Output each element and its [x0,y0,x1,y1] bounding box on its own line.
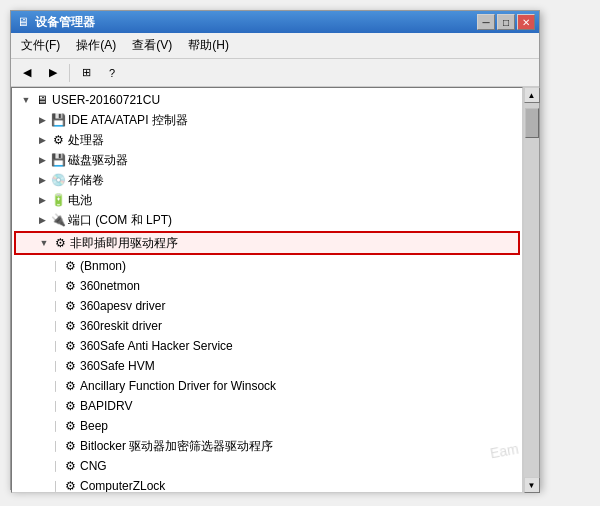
dev-icon-4: ⚙ [62,318,78,334]
tree-item-nonpnp[interactable]: ▼ ⚙ 非即插即用驱动程序 [14,231,520,255]
line-icon: │ [50,458,62,474]
list-item[interactable]: │ ⚙ 360Safe Anti Hacker Service [14,336,520,356]
line-icon: │ [50,418,62,434]
port-expand-icon[interactable]: ▶ [34,212,50,228]
list-item[interactable]: │ ⚙ (Bnmon) [14,256,520,276]
line-icon: │ [50,318,62,334]
dev-icon-9: ⚙ [62,418,78,434]
tree-item-volume[interactable]: ▶ 💿 存储卷 [14,170,520,190]
window-title: 设备管理器 [35,14,95,31]
list-item[interactable]: │ ⚙ 360netmon [14,276,520,296]
cpu-label: 处理器 [68,131,104,149]
dev-icon-5: ⚙ [62,338,78,354]
port-icon: 🔌 [50,212,66,228]
line-icon: │ [50,278,62,294]
scroll-track[interactable] [524,103,539,477]
item-9-label: Beep [80,417,108,435]
tree-item-battery[interactable]: ▶ 🔋 电池 [14,190,520,210]
properties-button[interactable]: ⊞ [74,62,98,84]
port-label: 端口 (COM 和 LPT) [68,211,172,229]
dev-icon-6: ⚙ [62,358,78,374]
ide-icon: 💾 [50,112,66,128]
bnmon-label: (Bnmon) [80,257,126,275]
cpu-expand-icon[interactable]: ▶ [34,132,50,148]
dev-icon-8: ⚙ [62,398,78,414]
toolbar: ◀ ▶ ⊞ ? [11,59,539,87]
tree-item-ide[interactable]: ▶ 💾 IDE ATA/ATAPI 控制器 [14,110,520,130]
tree-item-port[interactable]: ▶ 🔌 端口 (COM 和 LPT) [14,210,520,230]
item-11-label: CNG [80,457,107,475]
ide-expand-icon[interactable]: ▶ [34,112,50,128]
root-expand-icon[interactable]: ▼ [18,92,34,108]
scroll-up-button[interactable]: ▲ [524,87,540,103]
disk-icon: 💾 [50,152,66,168]
title-bar: 🖥 设备管理器 ─ □ ✕ [11,11,539,33]
volume-icon: 💿 [50,172,66,188]
scroll-thumb[interactable] [525,108,539,138]
tree-item-cpu[interactable]: ▶ ⚙ 处理器 [14,130,520,150]
item-5-label: 360Safe Anti Hacker Service [80,337,233,355]
bnmon-line-icon: │ [50,258,62,274]
volume-expand-icon[interactable]: ▶ [34,172,50,188]
tree-item-disk[interactable]: ▶ 💾 磁盘驱动器 [14,150,520,170]
menu-action[interactable]: 操作(A) [70,35,122,56]
dev-icon-10: ⚙ [62,438,78,454]
list-item[interactable]: │ ⚙ BAPIDRV [14,396,520,416]
content-area: ▼ 🖥 USER-20160721CU ▶ 💾 IDE ATA/ATAPI 控制… [11,87,539,493]
item-7-label: Ancillary Function Driver for Winsock [80,377,276,395]
minimize-button[interactable]: ─ [477,14,495,30]
nonpnp-label: 非即插即用驱动程序 [70,234,178,252]
menu-bar: 文件(F) 操作(A) 查看(V) 帮助(H) [11,33,539,59]
list-item[interactable]: │ ⚙ 360apesv driver [14,296,520,316]
close-button[interactable]: ✕ [517,14,535,30]
dev-icon-2: ⚙ [62,278,78,294]
scroll-down-button[interactable]: ▼ [524,477,540,493]
list-item[interactable]: │ ⚙ ComputerZLock [14,476,520,493]
item-4-label: 360reskit driver [80,317,162,335]
menu-file[interactable]: 文件(F) [15,35,66,56]
list-item[interactable]: │ ⚙ Beep [14,416,520,436]
line-icon: │ [50,378,62,394]
list-item[interactable]: │ ⚙ Ancillary Function Driver for Winsoc… [14,376,520,396]
menu-view[interactable]: 查看(V) [126,35,178,56]
toolbar-separator-1 [69,64,70,82]
list-item[interactable]: │ ⚙ 360Safe HVM [14,356,520,376]
item-2-label: 360netmon [80,277,140,295]
dev-icon-7: ⚙ [62,378,78,394]
item-6-label: 360Safe HVM [80,357,155,375]
dev-icon-12: ⚙ [62,478,78,493]
title-buttons: ─ □ ✕ [477,14,535,30]
window-icon: 🖥 [15,14,31,30]
item-12-label: ComputerZLock [80,477,165,493]
device-tree[interactable]: ▼ 🖥 USER-20160721CU ▶ 💾 IDE ATA/ATAPI 控制… [11,87,523,493]
back-button[interactable]: ◀ [15,62,39,84]
maximize-button[interactable]: □ [497,14,515,30]
line-icon: │ [50,398,62,414]
computer-icon: 🖥 [34,92,50,108]
list-item[interactable]: │ ⚙ 360reskit driver [14,316,520,336]
device-manager-window: 🖥 设备管理器 ─ □ ✕ 文件(F) 操作(A) 查看(V) 帮助(H) ◀ … [10,10,540,490]
list-item[interactable]: │ ⚙ Bitlocker 驱动器加密筛选器驱动程序 [14,436,520,456]
ide-label: IDE ATA/ATAPI 控制器 [68,111,188,129]
help-button[interactable]: ? [100,62,124,84]
battery-expand-icon[interactable]: ▶ [34,192,50,208]
dev-icon-11: ⚙ [62,458,78,474]
battery-icon: 🔋 [50,192,66,208]
list-item[interactable]: │ ⚙ CNG [14,456,520,476]
disk-label: 磁盘驱动器 [68,151,128,169]
dev-icon-3: ⚙ [62,298,78,314]
tree-root[interactable]: ▼ 🖥 USER-20160721CU [14,90,520,110]
menu-help[interactable]: 帮助(H) [182,35,235,56]
line-icon: │ [50,298,62,314]
title-bar-left: 🖥 设备管理器 [15,14,95,31]
forward-button[interactable]: ▶ [41,62,65,84]
item-10-label: Bitlocker 驱动器加密筛选器驱动程序 [80,437,273,455]
line-icon: │ [50,478,62,493]
nonpnp-expand-icon[interactable]: ▼ [36,235,52,251]
disk-expand-icon[interactable]: ▶ [34,152,50,168]
item-8-label: BAPIDRV [80,397,132,415]
bnmon-dev-icon: ⚙ [62,258,78,274]
root-label: USER-20160721CU [52,91,160,109]
cpu-icon: ⚙ [50,132,66,148]
scrollbar[interactable]: ▲ ▼ [523,87,539,493]
